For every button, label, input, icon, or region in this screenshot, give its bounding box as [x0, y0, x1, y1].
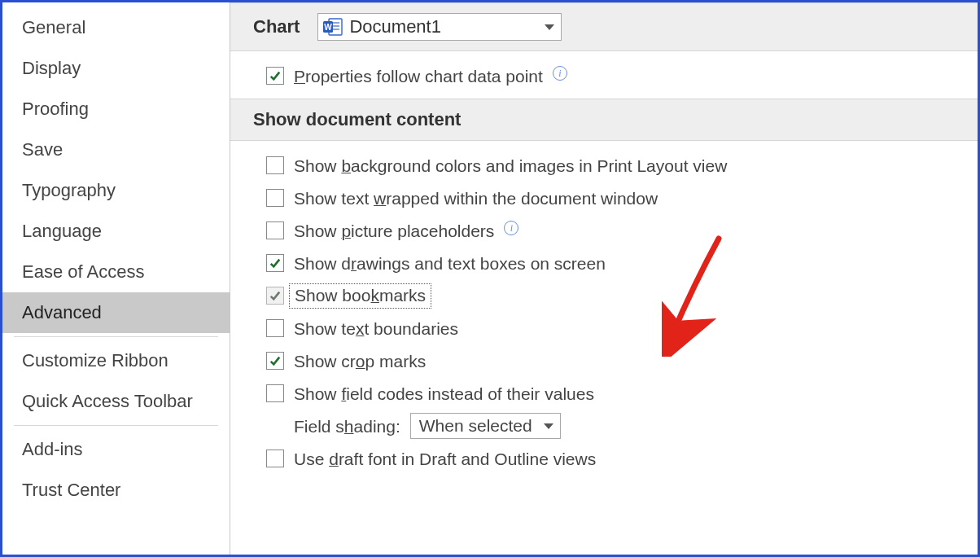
- chevron-down-icon: [545, 24, 554, 30]
- option-label: Show picture placeholders: [294, 220, 494, 241]
- sidebar-item-label: Add-ins: [22, 439, 83, 459]
- option-label: Show field codes instead of their values: [294, 383, 594, 404]
- options-sidebar: General Display Proofing Save Typography…: [2, 2, 230, 555]
- sidebar-item-label: Proofing: [22, 99, 89, 119]
- option-label: Show drawings and text boxes on screen: [294, 252, 606, 274]
- checkbox[interactable]: [266, 319, 284, 337]
- checkbox[interactable]: [266, 221, 284, 239]
- option-picture-placeholders[interactable]: Show picture placeholders i: [266, 214, 978, 247]
- sidebar-item-label: Save: [22, 139, 63, 160]
- sidebar-item-label: Typography: [22, 180, 116, 200]
- sidebar-item-label: Trust Center: [22, 480, 120, 500]
- option-text-boundaries[interactable]: Show text boundaries: [266, 312, 978, 344]
- field-shading-value: When selected: [419, 416, 532, 436]
- field-shading-select[interactable]: When selected: [410, 413, 561, 439]
- info-icon[interactable]: i: [553, 66, 567, 81]
- sidebar-item-label: Ease of Access: [22, 261, 144, 282]
- option-label: Show bookmarks: [289, 283, 431, 309]
- sidebar-separator: [14, 336, 218, 337]
- option-show-bookmarks[interactable]: Show bookmarks: [266, 279, 978, 312]
- section-title: Chart: [253, 16, 300, 37]
- checkbox[interactable]: [266, 67, 284, 85]
- checkbox[interactable]: [266, 254, 284, 272]
- option-text-wrapped[interactable]: Show text wrapped within the document wi…: [266, 182, 978, 214]
- field-shading-label: Field shading:: [294, 415, 400, 436]
- option-draft-font[interactable]: Use draft font in Draft and Outline view…: [266, 442, 978, 475]
- checkbox[interactable]: [266, 189, 284, 207]
- section-title: Show document content: [253, 109, 461, 130]
- sidebar-item-display[interactable]: Display: [2, 48, 230, 89]
- checkbox[interactable]: [266, 156, 284, 174]
- section-header-document-content: Show document content: [230, 99, 978, 141]
- option-label: Properties follow chart data point: [294, 65, 543, 86]
- sidebar-item-ease-of-access[interactable]: Ease of Access: [2, 252, 230, 292]
- option-label: Show crop marks: [294, 350, 426, 371]
- option-field-shading: Field shading: When selected: [266, 410, 978, 442]
- chart-document-select[interactable]: W Document1: [317, 13, 562, 41]
- option-background-colors[interactable]: Show background colors and images in Pri…: [266, 149, 978, 182]
- checkbox[interactable]: [266, 450, 284, 467]
- checkbox[interactable]: [266, 287, 284, 305]
- section-header-chart: Chart W Document1: [230, 2, 978, 51]
- sidebar-item-label: Language: [22, 221, 102, 241]
- option-label: Show text boundaries: [294, 318, 458, 339]
- sidebar-item-advanced[interactable]: Advanced: [2, 292, 230, 333]
- option-label: Use draft font in Draft and Outline view…: [294, 448, 596, 469]
- option-crop-marks[interactable]: Show crop marks: [266, 344, 978, 377]
- option-drawings-text-boxes[interactable]: Show drawings and text boxes on screen: [266, 247, 978, 279]
- sidebar-item-trust-center[interactable]: Trust Center: [2, 470, 230, 511]
- sidebar-item-language[interactable]: Language: [2, 211, 230, 252]
- options-main-panel: Chart W Document1: [230, 2, 978, 555]
- options-dialog: General Display Proofing Save Typography…: [0, 0, 980, 557]
- checkbox[interactable]: [266, 352, 284, 370]
- sidebar-separator: [14, 425, 218, 426]
- option-chart-properties-follow[interactable]: Properties follow chart data point i: [266, 59, 978, 92]
- checkbox[interactable]: [266, 384, 284, 402]
- sidebar-item-label: Quick Access Toolbar: [22, 391, 193, 411]
- svg-text:W: W: [325, 23, 333, 32]
- sidebar-item-proofing[interactable]: Proofing: [2, 89, 230, 129]
- sidebar-item-label: General: [22, 17, 85, 37]
- sidebar-item-save[interactable]: Save: [2, 129, 230, 170]
- option-label: Show text wrapped within the document wi…: [294, 187, 658, 208]
- sidebar-item-label: Display: [22, 58, 81, 78]
- sidebar-item-customize-ribbon[interactable]: Customize Ribbon: [2, 340, 230, 381]
- info-icon[interactable]: i: [504, 221, 518, 235]
- sidebar-item-typography[interactable]: Typography: [2, 170, 230, 211]
- chart-document-name: Document1: [349, 16, 441, 37]
- sidebar-item-add-ins[interactable]: Add-ins: [2, 429, 230, 470]
- sidebar-item-general[interactable]: General: [2, 7, 230, 48]
- word-document-icon: W: [323, 18, 343, 36]
- option-field-codes[interactable]: Show field codes instead of their values: [266, 377, 978, 410]
- sidebar-item-label: Advanced: [22, 302, 102, 322]
- option-label: Show background colors and images in Pri…: [294, 155, 727, 176]
- sidebar-item-quick-access-toolbar[interactable]: Quick Access Toolbar: [2, 381, 230, 422]
- chevron-down-icon: [544, 423, 553, 429]
- sidebar-item-label: Customize Ribbon: [22, 350, 168, 371]
